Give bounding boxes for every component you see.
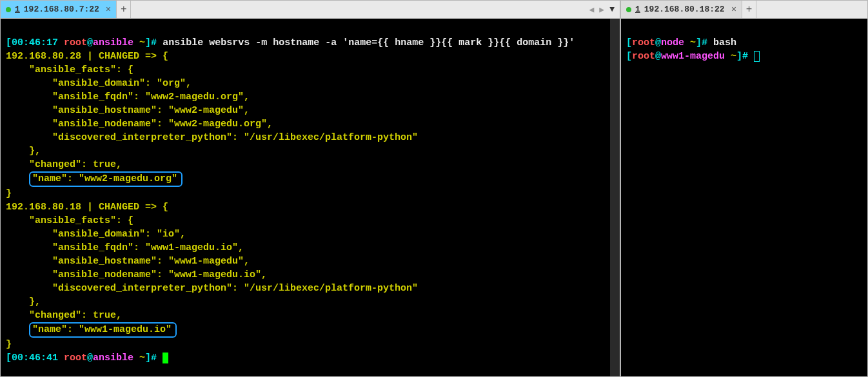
tab-ip-label: 192.168.80.18:22: [644, 5, 725, 14]
host1-changed: "changed": true,: [6, 159, 122, 170]
prompt-close: ]#: [145, 37, 157, 48]
right-tab-1[interactable]: 1 192.168.80.18:22 ×: [621, 1, 742, 18]
prompt-at: @: [87, 37, 93, 48]
prompt2-host: ansible: [93, 353, 133, 363]
prompt-host: ansible: [93, 37, 133, 48]
tab-index: 1: [15, 5, 20, 14]
prompt2-path: ~: [133, 353, 145, 363]
close-icon[interactable]: ×: [731, 5, 736, 15]
new-tab-button[interactable]: +: [742, 1, 756, 18]
host2-domain: "ansible_domain": "io",: [6, 229, 186, 240]
status-dot-icon: [6, 7, 11, 12]
prompt-user: root: [64, 37, 87, 48]
host2-header: 192.168.80.18 | CHANGED => {: [6, 202, 168, 213]
host1-close: }: [6, 188, 12, 199]
chevron-down-icon[interactable]: ▼: [608, 5, 616, 14]
host1-name-highlight: "name": "www2-magedu.org": [29, 171, 182, 187]
r-line2-host: www1-magedu: [661, 51, 725, 62]
host1-fqdn: "ansible_fqdn": "www2-magedu.org",: [6, 92, 250, 102]
tab-next-icon[interactable]: ▶: [598, 5, 606, 15]
host1-facts-open: "ansible_facts": {: [6, 64, 133, 75]
host2-interp: "discovered_interpreter_python": "/usr/l…: [6, 283, 418, 294]
host1-domain: "ansible_domain": "org",: [6, 78, 192, 89]
host1-facts-close: },: [6, 146, 41, 157]
cursor-icon: [163, 353, 168, 363]
cursor-outline-icon: [754, 51, 760, 62]
r-line1-cmd: bash: [707, 37, 736, 48]
tab-index: 1: [635, 5, 640, 14]
left-terminal[interactable]: [00:46:17 root@ansible ~]# ansible websr…: [1, 19, 620, 376]
tab-prev-icon[interactable]: ◀: [588, 5, 596, 15]
host1-interp: "discovered_interpreter_python": "/usr/l…: [6, 132, 418, 143]
host2-nodename: "ansible_nodename": "www1-magedu.io",: [6, 269, 267, 280]
r-line2-path: ~: [725, 51, 736, 62]
right-tabbar: 1 192.168.80.18:22 × +: [621, 1, 867, 19]
host2-name-highlight: "name": "www1-magedu.io": [29, 322, 177, 338]
left-pane: 1 192.168.80.7:22 × + ◀ ▶ ▼ [00:46:17 ro…: [0, 0, 620, 377]
close-icon[interactable]: ×: [106, 5, 111, 15]
r-line1-user: root: [632, 37, 655, 48]
r-line2-user: root: [632, 51, 655, 62]
r-line2-at: @: [655, 51, 661, 62]
tab-navigation: ◀ ▶ ▼: [584, 1, 620, 18]
r-line2-close: ]#: [736, 51, 748, 62]
host2-facts-open: "ansible_facts": {: [6, 215, 133, 226]
host1-hostname: "ansible_hostname": "www2-magedu",: [6, 105, 250, 116]
r-line1-close: ]#: [696, 37, 707, 48]
prompt-path: ~: [133, 37, 145, 48]
r-line1-host: node: [661, 37, 684, 48]
host2-name: "name": "www1-magedu.io": [32, 324, 172, 335]
host2-facts-close: },: [6, 296, 41, 307]
tab-ip-label: 192.168.80.7:22: [24, 5, 99, 14]
prompt2-user: root: [64, 353, 87, 363]
host2-hostname: "ansible_hostname": "www1-magedu",: [6, 256, 250, 267]
scrollbar[interactable]: [610, 19, 620, 376]
r-line1-open: [: [626, 37, 632, 48]
host2-changed: "changed": true,: [6, 310, 122, 321]
right-terminal[interactable]: [root@node ~]# bash [root@www1-magedu ~]…: [621, 19, 867, 376]
host1-header: 192.168.80.28 | CHANGED => {: [6, 51, 168, 62]
new-tab-button[interactable]: +: [117, 1, 131, 18]
host2-close: }: [6, 339, 12, 350]
host1-nodename: "ansible_nodename": "www2-magedu.org",: [6, 119, 273, 130]
host1-name: "name": "www2-magedu.org": [32, 173, 177, 184]
status-dot-icon: [626, 7, 631, 12]
prompt-time: 00:46:17: [12, 37, 58, 48]
left-tabbar: 1 192.168.80.7:22 × + ◀ ▶ ▼: [1, 1, 620, 19]
r-line2-open: [: [626, 51, 632, 62]
prompt2-time: 00:46:41: [12, 353, 58, 363]
left-tab-1[interactable]: 1 192.168.80.7:22 ×: [1, 1, 117, 18]
r-line1-path: ~: [684, 37, 696, 48]
host2-fqdn: "ansible_fqdn": "www1-magedu.io",: [6, 242, 244, 253]
r-line1-at: @: [655, 37, 661, 48]
command-text: ansible websrvs -m hostname -a 'name={{ …: [157, 37, 575, 48]
right-pane: 1 192.168.80.18:22 × + [root@node ~]# ba…: [620, 0, 868, 377]
